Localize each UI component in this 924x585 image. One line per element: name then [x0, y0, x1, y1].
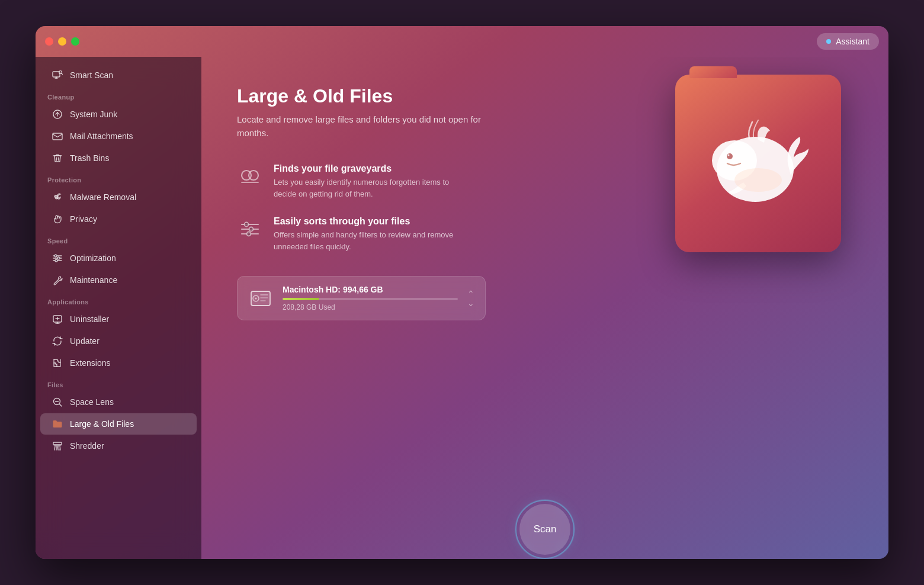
folder-shape — [675, 75, 841, 252]
folder-icon — [52, 419, 63, 429]
sidebar-item-label: Optimization — [70, 253, 116, 263]
svg-line-31 — [60, 446, 60, 450]
feature-text-sorts: Easily sorts through your files Offers s… — [274, 216, 463, 252]
biohazard-icon — [52, 192, 63, 202]
disk-chevron-icon: ⌃⌄ — [467, 289, 474, 308]
sidebar-item-privacy[interactable]: Privacy — [40, 208, 197, 230]
svg-point-35 — [727, 153, 733, 159]
whale-illustration — [699, 104, 817, 223]
sidebar-section-applications: Applications — [36, 291, 201, 308]
main-content: Smart Scan Cleanup System Junk — [36, 57, 888, 559]
sidebar-item-extensions[interactable]: Extensions — [40, 352, 197, 374]
svg-point-15 — [54, 255, 57, 257]
svg-point-46 — [247, 232, 251, 236]
disk-info: Macintosh HD: 994,66 GB 208,28 GB Used — [283, 285, 458, 311]
minimize-button[interactable] — [58, 37, 66, 46]
titlebar: Assistant — [36, 26, 888, 57]
feature-illustration — [675, 75, 865, 276]
svg-point-45 — [249, 227, 254, 232]
sidebar-item-smart-scan[interactable]: Smart Scan — [40, 65, 197, 86]
sidebar-item-label: Uninstaller — [70, 314, 109, 324]
svg-point-39 — [249, 171, 258, 180]
feature-desc-sorts: Offers simple and handy filters to revie… — [274, 229, 463, 252]
assistant-dot — [826, 39, 831, 44]
feature-title-sorts: Easily sorts through your files — [274, 216, 463, 227]
uninstaller-icon — [52, 314, 63, 324]
assistant-label: Assistant — [836, 37, 870, 46]
shredder-icon — [52, 441, 63, 451]
content-area: Large & Old Files Locate and remove larg… — [201, 57, 888, 559]
sidebar-item-label: Smart Scan — [70, 70, 113, 80]
wrench-icon — [52, 275, 63, 285]
sidebar-section-cleanup: Cleanup — [36, 86, 201, 103]
traffic-lights — [45, 37, 79, 46]
svg-line-4 — [62, 73, 63, 75]
svg-line-29 — [57, 446, 58, 450]
hand-icon — [52, 214, 63, 224]
sidebar-item-label: Space Lens — [70, 397, 114, 407]
sidebar-section-speed: Speed — [36, 230, 201, 247]
sidebar-item-label: Maintenance — [70, 275, 117, 285]
scan-button-outer-ring: Scan — [515, 500, 575, 559]
feature-title-graveyards: Finds your file graveyards — [274, 163, 463, 174]
trash-icon — [52, 153, 63, 163]
graveyards-icon — [237, 163, 263, 189]
sidebar-section-files: Files — [36, 374, 201, 391]
disk-name: Macintosh HD: 994,66 GB — [283, 285, 458, 294]
sidebar-item-label: Trash Bins — [70, 153, 109, 163]
space-lens-icon — [52, 397, 63, 407]
scan-button[interactable]: Scan — [519, 504, 570, 555]
feature-text-graveyards: Finds your file graveyards Lets you easi… — [274, 163, 463, 200]
svg-line-24 — [60, 404, 62, 407]
sidebar-item-label: Malware Removal — [70, 192, 136, 202]
sidebar-item-maintenance[interactable]: Maintenance — [40, 269, 197, 291]
scan-button-container: Scan — [237, 482, 853, 559]
svg-point-17 — [55, 259, 57, 262]
sidebar-item-label: System Junk — [70, 110, 117, 119]
sidebar-item-system-junk[interactable]: System Junk — [40, 104, 197, 125]
assistant-button[interactable]: Assistant — [817, 33, 879, 50]
disk-bar-background — [283, 298, 458, 300]
sidebar-item-updater[interactable]: Updater — [40, 330, 197, 352]
svg-point-36 — [728, 155, 730, 156]
sidebar-item-label: Extensions — [70, 358, 110, 368]
svg-point-44 — [245, 223, 249, 227]
svg-rect-7 — [53, 133, 62, 140]
svg-rect-47 — [251, 291, 270, 306]
system-junk-icon — [52, 109, 63, 120]
close-button[interactable] — [45, 37, 53, 46]
page-subtitle: Locate and remove large files and folder… — [237, 113, 486, 140]
app-window: Assistant Smart Scan Clean — [36, 26, 888, 559]
sidebar-item-label: Large & Old Files — [70, 419, 134, 429]
disk-bar-fill — [283, 298, 319, 300]
sidebar-item-trash-bins[interactable]: Trash Bins — [40, 147, 197, 169]
folder-tab — [689, 66, 737, 78]
svg-point-37 — [734, 168, 782, 192]
sidebar: Smart Scan Cleanup System Junk — [36, 57, 201, 559]
sidebar-item-malware-removal[interactable]: Malware Removal — [40, 187, 197, 208]
svg-point-49 — [255, 297, 257, 299]
sidebar-item-label: Updater — [70, 336, 100, 346]
puzzle-icon — [52, 358, 63, 368]
maximize-button[interactable] — [71, 37, 79, 46]
svg-point-16 — [57, 257, 60, 259]
smart-scan-icon — [52, 70, 63, 81]
mail-icon — [52, 131, 63, 142]
svg-rect-26 — [53, 442, 62, 445]
sidebar-section-protection: Protection — [36, 169, 201, 186]
sidebar-item-shredder[interactable]: Shredder — [40, 435, 197, 457]
refresh-icon — [52, 336, 63, 346]
disk-selector[interactable]: Macintosh HD: 994,66 GB 208,28 GB Used ⌃… — [237, 276, 486, 320]
sidebar-item-uninstaller[interactable]: Uninstaller — [40, 308, 197, 330]
sidebar-item-large-old-files[interactable]: Large & Old Files — [40, 413, 197, 435]
sidebar-item-optimization[interactable]: Optimization — [40, 247, 197, 269]
sorts-icon — [237, 216, 263, 242]
sidebar-item-label: Mail Attachments — [70, 131, 133, 141]
sliders-icon — [52, 253, 63, 263]
sidebar-item-label: Privacy — [70, 214, 97, 224]
sidebar-item-label: Shredder — [70, 441, 104, 451]
disk-icon — [248, 286, 273, 311]
disk-used-label: 208,28 GB Used — [283, 303, 458, 311]
sidebar-item-space-lens[interactable]: Space Lens — [40, 391, 197, 413]
sidebar-item-mail-attachments[interactable]: Mail Attachments — [40, 126, 197, 147]
